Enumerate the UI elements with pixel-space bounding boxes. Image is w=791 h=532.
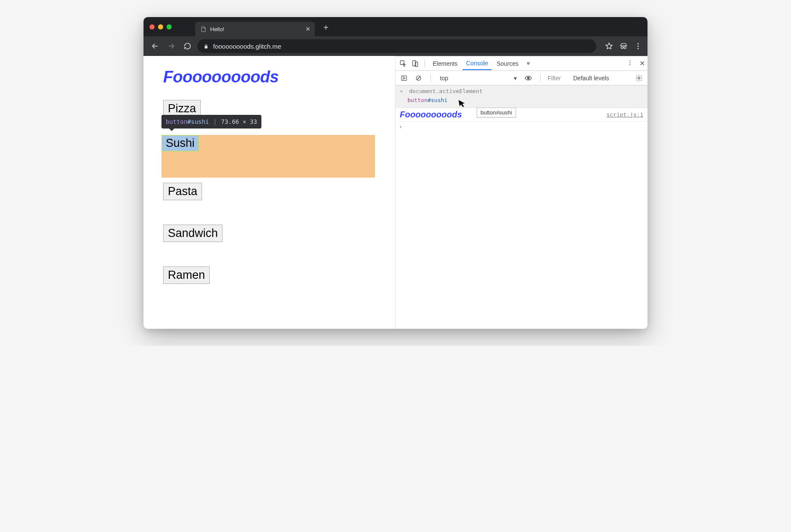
svg-point-14 [638,77,640,79]
browser-toolbar: fooooooooods.glitch.me [144,36,647,56]
live-expression-button[interactable] [523,73,533,83]
eager-result[interactable]: button#sushi [400,96,643,105]
ramen-button[interactable]: Ramen [163,266,210,284]
svg-point-0 [621,47,623,49]
console-output: × document.activeElement button#sushi Fo… [396,85,647,329]
page-heading: Fooooooooods [163,68,375,86]
devtools-tab-bar: Elements Console Sources ✕ [396,56,647,71]
svg-point-1 [624,47,626,49]
svg-point-8 [630,60,630,61]
incognito-icon[interactable] [619,42,628,50]
console-prompt[interactable]: › [396,122,647,132]
minimize-window-button[interactable] [158,24,163,29]
device-toolbar-button[interactable] [410,58,420,69]
rendered-page: Fooooooooods Pizza button#sushi | 73.66 … [144,56,396,329]
new-tab-button[interactable]: ＋ [322,23,330,31]
more-tabs-button[interactable] [525,60,531,67]
svg-point-2 [638,43,639,44]
maximize-window-button[interactable] [167,24,172,29]
console-sidebar-toggle[interactable] [399,73,409,83]
svg-point-13 [527,77,530,79]
eager-evaluation-row: × document.activeElement button#sushi [396,85,647,108]
element-hover-tooltip: button#sushi [477,108,516,117]
food-item: Sandwich [163,225,375,266]
svg-point-3 [638,46,639,47]
pasta-button[interactable]: Pasta [163,183,202,200]
address-bar[interactable]: fooooooooods.glitch.me [197,39,596,53]
devtools-close-button[interactable]: ✕ [639,59,645,67]
close-eager-button[interactable]: × [400,88,403,94]
log-source-link[interactable]: script.js:1 [606,111,643,118]
inspect-element-button[interactable] [398,58,408,69]
console-log-row: Fooooooooods script.js:1 [396,108,647,122]
forward-button[interactable] [165,40,178,53]
devtools-settings-button[interactable] [627,59,633,67]
log-levels-selector[interactable]: Default levels [573,75,609,82]
close-window-button[interactable] [149,24,155,29]
window-controls [149,24,172,29]
titlebar: Hello! ✕ ＋ [144,17,647,36]
eager-result-id: #sushi [428,97,448,103]
lock-icon [203,44,209,49]
food-item-highlighted: button#sushi | 73.66 × 33 Sushi [163,135,375,182]
browser-tab[interactable]: Hello! ✕ [195,22,315,36]
log-message: Fooooooooods [400,110,462,120]
clear-console-button[interactable] [413,73,424,83]
content-area: Fooooooooods Pizza button#sushi | 73.66 … [144,56,647,329]
page-icon [200,26,207,32]
back-button[interactable] [149,40,161,53]
tooltip-dimensions: 73.66 × 33 [221,118,257,125]
padding-overlay: Sushi [161,135,199,152]
svg-point-10 [630,64,630,65]
context-selector[interactable]: top ▾ [438,73,519,83]
tooltip-tag: button [166,118,187,125]
reload-button[interactable] [181,40,194,53]
devtools-panel: Elements Console Sources ✕ [396,56,647,329]
tab-console[interactable]: Console [463,57,491,70]
bookmark-star-button[interactable] [605,42,613,50]
eager-result-tag: button [407,97,428,103]
food-item: Pasta [163,183,375,225]
tab-elements[interactable]: Elements [429,57,461,70]
svg-point-9 [630,62,630,63]
context-label: top [440,75,448,82]
eager-expression: document.activeElement [409,88,483,94]
tooltip-id: #sushi [187,118,209,125]
element-inspect-tooltip: button#sushi | 73.66 × 33 [161,115,261,129]
console-toolbar: top ▾ Default levels [396,71,647,85]
console-settings-button[interactable] [634,73,644,83]
tab-title: Hello! [210,26,224,32]
sandwich-button[interactable]: Sandwich [163,225,223,242]
food-item: Ramen [163,266,375,308]
browser-menu-button[interactable] [634,42,642,50]
svg-point-4 [638,48,639,49]
food-list: Pizza button#sushi | 73.66 × 33 Sushi [163,100,375,308]
filter-input[interactable] [548,75,569,82]
url-text: fooooooooods.glitch.me [213,43,281,50]
browser-window: Hello! ✕ ＋ fooooooooods.glitch.me [144,17,647,329]
cursor-icon [458,99,466,108]
close-tab-button[interactable]: ✕ [305,26,311,32]
sushi-button[interactable]: Sushi [162,136,198,151]
prompt-chevron-icon: › [399,123,402,130]
tab-sources[interactable]: Sources [493,57,522,70]
